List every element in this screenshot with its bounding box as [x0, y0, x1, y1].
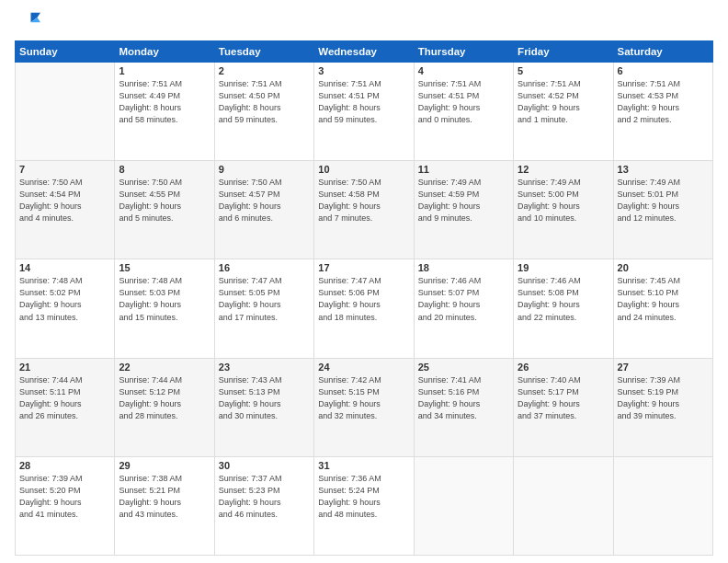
- day-info: Sunrise: 7:46 AM Sunset: 5:07 PM Dayligh…: [418, 275, 509, 323]
- calendar-cell: 29Sunrise: 7:38 AM Sunset: 5:21 PM Dayli…: [115, 456, 214, 555]
- calendar-cell: [613, 456, 712, 555]
- day-info: Sunrise: 7:40 AM Sunset: 5:17 PM Dayligh…: [518, 374, 609, 422]
- weekday-header-sunday: Sunday: [16, 41, 115, 63]
- calendar-cell: [414, 456, 513, 555]
- weekday-header-monday: Monday: [115, 41, 214, 63]
- day-number: 21: [19, 362, 110, 373]
- day-number: 9: [219, 164, 310, 175]
- day-number: 24: [318, 362, 409, 373]
- calendar-cell: 7Sunrise: 7:50 AM Sunset: 4:54 PM Daylig…: [16, 161, 115, 259]
- calendar-cell: 24Sunrise: 7:42 AM Sunset: 5:15 PM Dayli…: [314, 358, 414, 456]
- day-info: Sunrise: 7:41 AM Sunset: 5:16 PM Dayligh…: [418, 374, 509, 422]
- day-number: 16: [219, 262, 310, 273]
- day-info: Sunrise: 7:48 AM Sunset: 5:03 PM Dayligh…: [119, 275, 210, 323]
- day-info: Sunrise: 7:50 AM Sunset: 4:57 PM Dayligh…: [219, 177, 310, 224]
- day-number: 19: [518, 262, 609, 273]
- calendar-cell: 18Sunrise: 7:46 AM Sunset: 5:07 PM Dayli…: [414, 259, 513, 358]
- day-info: Sunrise: 7:47 AM Sunset: 5:06 PM Dayligh…: [318, 275, 409, 323]
- day-number: 31: [318, 460, 409, 471]
- day-info: Sunrise: 7:37 AM Sunset: 5:23 PM Dayligh…: [219, 473, 310, 521]
- day-number: 2: [219, 65, 310, 76]
- calendar-cell: 19Sunrise: 7:46 AM Sunset: 5:08 PM Dayli…: [514, 259, 613, 358]
- calendar-cell: 5Sunrise: 7:51 AM Sunset: 4:52 PM Daylig…: [514, 63, 613, 161]
- calendar-cell: 11Sunrise: 7:49 AM Sunset: 4:59 PM Dayli…: [414, 161, 513, 259]
- day-number: 29: [119, 460, 210, 471]
- day-info: Sunrise: 7:39 AM Sunset: 5:19 PM Dayligh…: [618, 374, 709, 422]
- day-number: 7: [19, 164, 110, 175]
- day-number: 12: [518, 164, 609, 175]
- logo-icon: [15, 11, 40, 37]
- weekday-header-friday: Friday: [514, 41, 613, 63]
- day-number: 5: [518, 65, 609, 76]
- weekday-header-wednesday: Wednesday: [314, 41, 414, 63]
- day-number: 30: [219, 460, 310, 471]
- day-number: 23: [219, 362, 310, 373]
- calendar-cell: 31Sunrise: 7:36 AM Sunset: 5:24 PM Dayli…: [314, 456, 414, 555]
- calendar-cell: 22Sunrise: 7:44 AM Sunset: 5:12 PM Dayli…: [115, 358, 214, 456]
- day-info: Sunrise: 7:44 AM Sunset: 5:12 PM Dayligh…: [119, 374, 210, 422]
- calendar-cell: 23Sunrise: 7:43 AM Sunset: 5:13 PM Dayli…: [214, 358, 313, 456]
- calendar-cell: 13Sunrise: 7:49 AM Sunset: 5:01 PM Dayli…: [613, 161, 712, 259]
- calendar-cell: 4Sunrise: 7:51 AM Sunset: 4:51 PM Daylig…: [414, 63, 513, 161]
- calendar-cell: 20Sunrise: 7:45 AM Sunset: 5:10 PM Dayli…: [613, 259, 712, 358]
- day-number: 28: [19, 460, 110, 471]
- weekday-header-thursday: Thursday: [414, 41, 513, 63]
- calendar-table: SundayMondayTuesdayWednesdayThursdayFrid…: [15, 40, 713, 556]
- day-number: 14: [19, 262, 110, 273]
- day-number: 13: [618, 164, 709, 175]
- day-number: 18: [418, 262, 509, 273]
- day-number: 27: [618, 362, 709, 373]
- day-number: 17: [318, 262, 409, 273]
- calendar-cell: [16, 63, 115, 161]
- day-info: Sunrise: 7:51 AM Sunset: 4:51 PM Dayligh…: [418, 78, 509, 126]
- day-number: 6: [618, 65, 709, 76]
- day-info: Sunrise: 7:45 AM Sunset: 5:10 PM Dayligh…: [618, 275, 709, 323]
- day-info: Sunrise: 7:51 AM Sunset: 4:49 PM Dayligh…: [119, 78, 210, 126]
- calendar-cell: 2Sunrise: 7:51 AM Sunset: 4:50 PM Daylig…: [214, 63, 313, 161]
- day-info: Sunrise: 7:44 AM Sunset: 5:11 PM Dayligh…: [19, 374, 110, 422]
- day-number: 26: [518, 362, 609, 373]
- day-info: Sunrise: 7:51 AM Sunset: 4:51 PM Dayligh…: [318, 78, 409, 126]
- calendar-cell: 6Sunrise: 7:51 AM Sunset: 4:53 PM Daylig…: [613, 63, 712, 161]
- day-number: 15: [119, 262, 210, 273]
- day-info: Sunrise: 7:47 AM Sunset: 5:05 PM Dayligh…: [219, 275, 310, 323]
- calendar-week-row: 7Sunrise: 7:50 AM Sunset: 4:54 PM Daylig…: [16, 161, 713, 259]
- calendar-cell: 16Sunrise: 7:47 AM Sunset: 5:05 PM Dayli…: [214, 259, 313, 358]
- calendar-week-row: 14Sunrise: 7:48 AM Sunset: 5:02 PM Dayli…: [16, 259, 713, 358]
- calendar-cell: 26Sunrise: 7:40 AM Sunset: 5:17 PM Dayli…: [514, 358, 613, 456]
- calendar-cell: 14Sunrise: 7:48 AM Sunset: 5:02 PM Dayli…: [16, 259, 115, 358]
- day-number: 25: [418, 362, 509, 373]
- day-info: Sunrise: 7:51 AM Sunset: 4:53 PM Dayligh…: [618, 78, 709, 126]
- header: [15, 11, 713, 37]
- calendar-week-row: 28Sunrise: 7:39 AM Sunset: 5:20 PM Dayli…: [16, 456, 713, 555]
- day-number: 20: [618, 262, 709, 273]
- day-info: Sunrise: 7:46 AM Sunset: 5:08 PM Dayligh…: [518, 275, 609, 323]
- day-number: 10: [318, 164, 409, 175]
- calendar-week-row: 21Sunrise: 7:44 AM Sunset: 5:11 PM Dayli…: [16, 358, 713, 456]
- calendar-cell: 21Sunrise: 7:44 AM Sunset: 5:11 PM Dayli…: [16, 358, 115, 456]
- calendar-cell: 28Sunrise: 7:39 AM Sunset: 5:20 PM Dayli…: [16, 456, 115, 555]
- day-info: Sunrise: 7:51 AM Sunset: 4:52 PM Dayligh…: [518, 78, 609, 126]
- weekday-header-row: SundayMondayTuesdayWednesdayThursdayFrid…: [16, 41, 713, 63]
- day-number: 1: [119, 65, 210, 76]
- calendar-cell: 25Sunrise: 7:41 AM Sunset: 5:16 PM Dayli…: [414, 358, 513, 456]
- calendar-cell: 8Sunrise: 7:50 AM Sunset: 4:55 PM Daylig…: [115, 161, 214, 259]
- day-info: Sunrise: 7:51 AM Sunset: 4:50 PM Dayligh…: [219, 78, 310, 126]
- weekday-header-saturday: Saturday: [613, 41, 712, 63]
- calendar-cell: 12Sunrise: 7:49 AM Sunset: 5:00 PM Dayli…: [514, 161, 613, 259]
- calendar-cell: 10Sunrise: 7:50 AM Sunset: 4:58 PM Dayli…: [314, 161, 414, 259]
- day-number: 22: [119, 362, 210, 373]
- day-info: Sunrise: 7:50 AM Sunset: 4:54 PM Dayligh…: [19, 177, 110, 224]
- weekday-header-tuesday: Tuesday: [214, 41, 313, 63]
- day-number: 8: [119, 164, 210, 175]
- day-info: Sunrise: 7:43 AM Sunset: 5:13 PM Dayligh…: [219, 374, 310, 422]
- calendar-cell: 17Sunrise: 7:47 AM Sunset: 5:06 PM Dayli…: [314, 259, 414, 358]
- day-info: Sunrise: 7:48 AM Sunset: 5:02 PM Dayligh…: [19, 275, 110, 323]
- logo: [15, 11, 44, 37]
- calendar-cell: 15Sunrise: 7:48 AM Sunset: 5:03 PM Dayli…: [115, 259, 214, 358]
- day-number: 4: [418, 65, 509, 76]
- day-info: Sunrise: 7:42 AM Sunset: 5:15 PM Dayligh…: [318, 374, 409, 422]
- calendar-cell: 1Sunrise: 7:51 AM Sunset: 4:49 PM Daylig…: [115, 63, 214, 161]
- day-number: 3: [318, 65, 409, 76]
- day-info: Sunrise: 7:39 AM Sunset: 5:20 PM Dayligh…: [19, 473, 110, 521]
